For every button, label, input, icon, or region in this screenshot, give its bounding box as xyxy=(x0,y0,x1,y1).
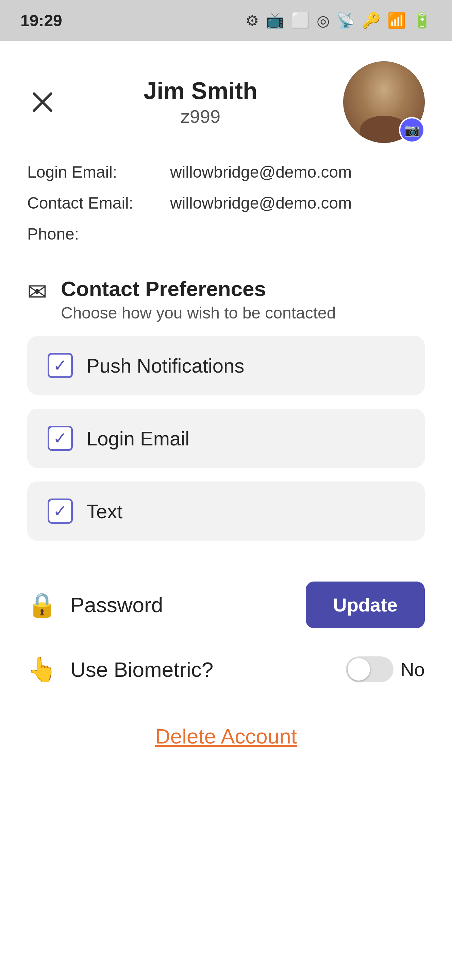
login-email-pref-label: Login Email xyxy=(86,427,189,450)
delete-account-section: Delete Account xyxy=(0,697,452,769)
password-label: Password xyxy=(70,593,163,617)
password-section: 🔒 Password Update xyxy=(0,568,452,642)
contact-preferences-section: ✉ Contact Preferences Choose how you wis… xyxy=(0,263,452,568)
contact-email-value: willowbridge@demo.com xyxy=(170,194,425,212)
text-label: Text xyxy=(86,500,122,523)
push-checkbox-box: ✓ xyxy=(48,353,73,378)
battery-icon: 🔋 xyxy=(413,11,431,29)
push-notifications-label: Push Notifications xyxy=(86,354,244,377)
settings-icon: ⚙ xyxy=(246,12,259,29)
cast-icon: 📡 xyxy=(336,11,355,29)
screen-cast-icon: 📺 xyxy=(266,11,284,29)
login-email-row: Login Email: willowbridge@demo.com xyxy=(27,156,425,188)
phone-label: Phone: xyxy=(27,224,170,243)
wifi-icon: 📶 xyxy=(387,11,406,29)
delete-account-button[interactable]: Delete Account xyxy=(155,724,297,748)
email-check-icon: ✓ xyxy=(53,430,67,447)
section-subtitle: Choose how you wish to be contacted xyxy=(61,304,336,322)
account-info-section: Login Email: willowbridge@demo.com Conta… xyxy=(0,156,452,263)
circle-icon: ◎ xyxy=(317,12,330,29)
login-email-checkbox[interactable]: ✓ Login Email xyxy=(27,409,425,468)
email-section-icon: ✉ xyxy=(27,278,47,306)
camera-icon: 📷 xyxy=(404,123,420,137)
update-password-button[interactable]: Update xyxy=(306,582,425,628)
close-button[interactable] xyxy=(27,87,58,118)
fingerprint-icon: 👆 xyxy=(27,655,57,683)
avatar-container: 📷 xyxy=(343,61,425,143)
text-checkbox-box: ✓ xyxy=(48,498,73,524)
section-title-block: Contact Preferences Choose how you wish … xyxy=(61,277,336,322)
profile-header: Jim Smith z999 📷 xyxy=(0,41,452,156)
lock-icon: 🔒 xyxy=(27,591,57,619)
section-title: Contact Preferences xyxy=(61,277,336,301)
biometric-toggle[interactable] xyxy=(346,656,393,682)
camera-badge-button[interactable]: 📷 xyxy=(399,117,425,143)
user-name: Jim Smith xyxy=(58,77,343,105)
password-left: 🔒 Password xyxy=(27,591,163,619)
biometric-label: Use Biometric? xyxy=(70,657,213,682)
push-check-icon: ✓ xyxy=(53,357,67,374)
status-icons: ⚙ 📺 ⬜ ◎ 📡 🔑 📶 🔋 xyxy=(246,11,431,29)
record-icon: ⬜ xyxy=(291,11,310,29)
status-bar: 19:29 ⚙ 📺 ⬜ ◎ 📡 🔑 📶 🔋 xyxy=(0,0,452,41)
login-email-label: Login Email: xyxy=(27,163,170,181)
toggle-state-label: No xyxy=(400,659,425,681)
user-username: z999 xyxy=(58,106,343,127)
user-info: Jim Smith z999 xyxy=(58,77,343,127)
email-checkbox-box: ✓ xyxy=(48,426,73,451)
login-email-value: willowbridge@demo.com xyxy=(170,163,425,181)
push-notifications-checkbox[interactable]: ✓ Push Notifications xyxy=(27,336,425,395)
key-icon: 🔑 xyxy=(362,11,381,29)
contact-email-label: Contact Email: xyxy=(27,194,170,212)
status-time: 19:29 xyxy=(21,11,62,30)
close-icon xyxy=(31,90,54,114)
section-header: ✉ Contact Preferences Choose how you wis… xyxy=(27,277,425,322)
text-check-icon: ✓ xyxy=(53,503,67,520)
phone-row: Phone: xyxy=(27,218,425,250)
biometric-section: 👆 Use Biometric? No xyxy=(0,642,452,697)
text-checkbox[interactable]: ✓ Text xyxy=(27,482,425,541)
biometric-left: 👆 Use Biometric? xyxy=(27,655,213,683)
biometric-toggle-container: No xyxy=(346,656,425,682)
contact-email-row: Contact Email: willowbridge@demo.com xyxy=(27,188,425,218)
toggle-thumb xyxy=(347,658,370,681)
